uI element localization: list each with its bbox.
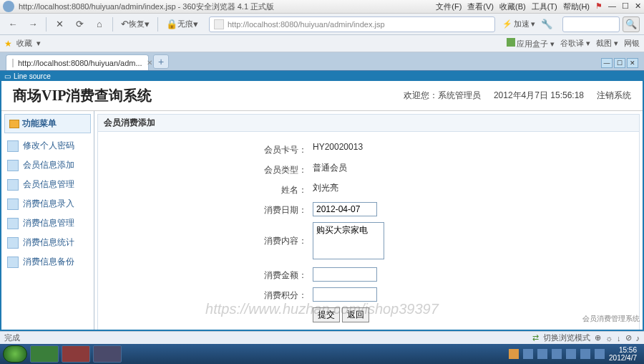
label-amount: 消费金额： (98, 267, 313, 282)
incognito-button[interactable]: 🔒无痕▾ (162, 16, 202, 32)
status-icon[interactable]: ⊘ (625, 333, 632, 343)
status-done: 完成 (4, 332, 20, 343)
reload-icon: ⟳ (76, 19, 84, 29)
close-icon[interactable]: ✕ (635, 1, 641, 12)
search-box[interactable] (562, 16, 620, 32)
strip-icon: ▭ (4, 72, 11, 80)
separator (46, 17, 47, 32)
sidebar-item-member-add[interactable]: 会员信息添加 (4, 155, 91, 175)
page-frame: ▭ Line source 商场VIP消费查询系统 欢迎您：系统管理员 2012… (0, 71, 644, 331)
arrow-right-icon: → (29, 19, 38, 29)
box-icon (507, 38, 515, 47)
tray-date[interactable]: 2012/4/7 (609, 354, 637, 362)
settings-button[interactable]: 🔧 (538, 16, 555, 32)
sidebar-item-consume-backup[interactable]: 消费信息备份 (4, 252, 91, 272)
input-date[interactable] (313, 202, 377, 216)
browser-statusbar: 完成 ⇄ 切换浏览模式 ⊕ ☼ ↓ ⊘ ♪ (0, 331, 644, 344)
status-icon[interactable]: ♪ (636, 334, 640, 343)
system-tray: 15:56 2012/4/7 (509, 346, 641, 362)
address-bar[interactable]: http://localhost:8080/huiyuan/admin/inde… (209, 16, 495, 32)
home-icon: ⌂ (97, 19, 102, 29)
accel-button[interactable]: ⚡加速▾ (502, 19, 535, 29)
page-icon (214, 19, 224, 29)
browser-logo-icon (3, 1, 14, 12)
home-button[interactable]: ⌂ (91, 16, 108, 32)
chevron-down-icon: ▾ (145, 19, 150, 29)
window-title: http://localhost:8080/huiyuan/admin/inde… (19, 1, 274, 12)
label-name: 姓名： (98, 182, 313, 196)
favlink-appbox[interactable]: 应用盒子 ▾ (507, 38, 555, 49)
favlink-bank[interactable]: 网银 (624, 38, 640, 49)
menu-fav[interactable]: 收藏(B) (499, 1, 526, 12)
sidebar-item-password[interactable]: 修改个人密码 (4, 136, 91, 155)
sidebar-item-consume-add[interactable]: 消费信息录入 (4, 194, 91, 214)
inner-min-icon[interactable]: — (601, 58, 613, 68)
menu-view[interactable]: 查看(V) (467, 1, 494, 12)
page-header: 商场VIP消费查询系统 欢迎您：系统管理员 2012年4月7日 15:56:18… (1, 81, 643, 111)
page-footer-text: 会员消费管理系统 (582, 314, 640, 324)
tab-active[interactable]: http://localhost:8080/huiyuan/adm... ✕ (6, 54, 149, 70)
main-area: 功能菜单 修改个人密码 会员信息添加 会员信息管理 消费信息录入 消费信息管理 … (1, 111, 643, 330)
sidebar-item-consume-manage[interactable]: 消费信息管理 (4, 214, 91, 233)
status-icon[interactable]: ☼ (605, 334, 613, 343)
tray-icon[interactable] (566, 349, 576, 359)
url-text: http://localhost:8080/huiyuan/admin/inde… (228, 20, 385, 29)
menu-icon (7, 140, 19, 152)
minimize-icon[interactable]: — (608, 1, 616, 12)
inner-close-icon[interactable]: ✕ (627, 58, 638, 68)
maximize-icon[interactable]: ☐ (622, 1, 629, 12)
tray-icon[interactable] (595, 349, 605, 359)
taskbar-item[interactable] (30, 345, 59, 363)
toolbar-extra-icon[interactable]: ⚑ (595, 1, 602, 12)
label-content: 消费内容： (98, 222, 313, 247)
new-tab-button[interactable]: + (153, 54, 169, 69)
search-button[interactable]: 🔍 (623, 16, 640, 32)
favorites-label[interactable]: 收藏 (16, 38, 32, 49)
sidebar: 功能菜单 修改个人密码 会员信息添加 会员信息管理 消费信息录入 消费信息管理 … (1, 111, 94, 330)
menu-tools[interactable]: 工具(T) (532, 1, 557, 12)
restore-icon: ↶ (121, 19, 129, 29)
switch-mode-text[interactable]: 切换浏览模式 (543, 332, 590, 343)
taskbar-item[interactable] (62, 345, 90, 363)
top-menu: 文件(F) 查看(V) 收藏(B) 工具(T) 帮助(H) ⚑ — ☐ ✕ (436, 1, 641, 12)
status-icon[interactable]: ↓ (617, 334, 621, 343)
menu-icon (7, 218, 19, 229)
logout-link[interactable]: 注销系统 (597, 90, 631, 102)
arrow-left-icon: ← (9, 19, 18, 29)
restore-button[interactable]: ↶恢复▾ (117, 16, 153, 32)
tray-icon[interactable] (523, 349, 533, 359)
tray-icon[interactable] (552, 349, 562, 359)
stop-icon: ✕ (56, 19, 64, 29)
tray-time[interactable]: 15:56 (609, 346, 637, 354)
sidebar-item-member-manage[interactable]: 会员信息管理 (4, 175, 91, 194)
system-title: 商场VIP消费查询系统 (13, 86, 152, 105)
inner-max-icon[interactable]: ☐ (614, 58, 625, 68)
tray-icon[interactable] (509, 349, 519, 359)
page-strip: ▭ Line source (1, 71, 643, 81)
favlink-screenshot[interactable]: 截图 ▾ (596, 38, 618, 49)
stop-button[interactable]: ✕ (51, 16, 68, 32)
wrench-icon: 🔧 (541, 19, 552, 29)
start-button[interactable] (3, 345, 27, 363)
label-date: 消费日期： (98, 202, 313, 216)
star-icon[interactable]: ★ (4, 39, 12, 49)
tray-icon[interactable] (537, 349, 547, 359)
switch-mode-icon[interactable]: ⇄ (532, 333, 539, 343)
status-icon[interactable]: ⊕ (595, 333, 601, 343)
back-button[interactable]: 返回 (342, 307, 369, 322)
forward-button[interactable]: → (24, 16, 42, 32)
menu-file[interactable]: 文件(F) (436, 1, 462, 12)
input-points[interactable] (313, 287, 377, 302)
input-content[interactable]: 购买大宗家电 (313, 222, 384, 259)
reload-button[interactable]: ⟳ (71, 16, 88, 32)
value-card: HY20020013 (313, 142, 363, 152)
input-amount[interactable] (313, 267, 377, 282)
submit-button[interactable]: 提交 (313, 307, 340, 322)
close-tab-icon[interactable]: ✕ (147, 59, 152, 67)
sidebar-item-consume-stats[interactable]: 消费信息统计 (4, 233, 91, 252)
back-button[interactable]: ← (4, 16, 21, 32)
tray-icon[interactable] (580, 349, 590, 359)
favlink-translate[interactable]: 谷歌译 ▾ (560, 38, 590, 49)
menu-help[interactable]: 帮助(H) (563, 1, 590, 12)
taskbar-item[interactable] (93, 345, 122, 363)
